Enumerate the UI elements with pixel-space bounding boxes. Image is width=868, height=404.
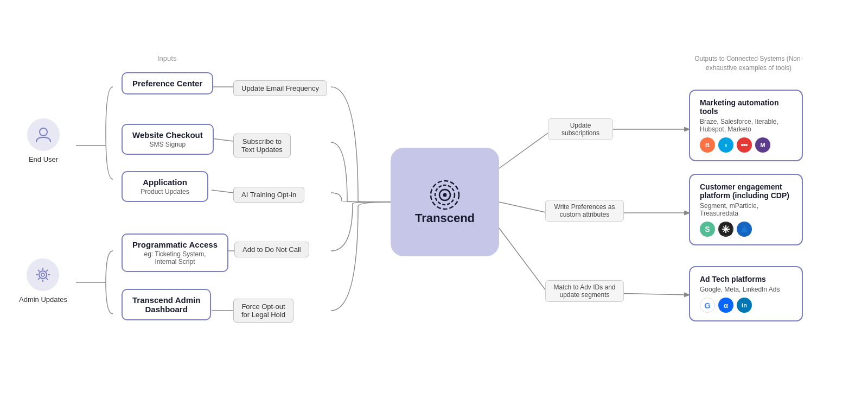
mparticle-logo — [718, 222, 733, 237]
customer-engagement-box: Customer engagement platform (including … — [689, 174, 803, 245]
application-subtitle: Product Updates — [132, 188, 197, 195]
linkedin-logo: in — [737, 298, 752, 313]
customer-engagement-sub: Segment, mParticle, Treasuredata — [700, 202, 792, 217]
iterable-logo — [737, 137, 752, 153]
match-adv-ids-label: Match to Adv IDs andupdate segments — [545, 280, 624, 302]
svg-point-32 — [743, 144, 745, 146]
customer-engagement-title: Customer engagement platform (including … — [700, 182, 792, 200]
programmatic-subtitle: eg: Ticketing System, Internal Script — [132, 250, 218, 266]
end-user-label: End User — [29, 155, 58, 163]
treasuredata-logo — [737, 222, 752, 237]
admin-actor: Admin Updates — [19, 258, 67, 304]
meta-logo: α — [718, 298, 733, 313]
admin-label: Admin Updates — [19, 295, 67, 304]
transcend-label: Transcend — [415, 211, 475, 225]
application-box: Application Product Updates — [122, 171, 208, 202]
add-do-not-call-action: Add to Do Not Call — [234, 242, 309, 257]
diagram: { "header": { "inputs_label": "Inputs", … — [0, 0, 868, 404]
svg-line-22 — [46, 270, 48, 272]
outputs-label: Outputs to Connected Systems (Non-exhaus… — [684, 54, 814, 73]
programmatic-title: Programmatic Access — [132, 240, 218, 249]
svg-marker-40 — [741, 225, 748, 232]
transcend-admin-box: Transcend Admin Dashboard — [122, 289, 211, 320]
svg-point-14 — [39, 271, 47, 279]
transcend-logo-icon — [429, 179, 461, 211]
transcend-admin-title: Transcend Admin Dashboard — [132, 295, 200, 314]
preference-center-box: Preference Center — [122, 72, 213, 94]
subscribe-sms-action: Subscribe toText Updates — [233, 134, 291, 157]
svg-text:α: α — [724, 301, 728, 310]
marketing-logos: B S M — [700, 137, 792, 153]
marketo-logo: M — [755, 137, 770, 153]
svg-line-9 — [499, 228, 548, 293]
svg-point-33 — [745, 144, 748, 146]
ad-tech-title: Ad Tech platforms — [700, 275, 792, 283]
transcend-center-box: Transcend — [391, 148, 499, 256]
svg-line-4 — [212, 190, 233, 193]
svg-point-13 — [40, 128, 47, 136]
preference-center-title: Preference Center — [132, 79, 202, 88]
svg-line-20 — [38, 270, 40, 272]
marketing-title: Marketing automation tools — [700, 98, 792, 116]
segment-logo: S — [700, 222, 715, 237]
website-checkout-subtitle: SMS Signup — [132, 141, 203, 148]
marketing-automation-box: Marketing automation tools Braze, Salesf… — [689, 90, 803, 161]
svg-text:S: S — [725, 143, 727, 147]
website-checkout-box: Website Checkout SMS Signup — [122, 124, 214, 155]
ad-tech-logos: G α in — [700, 298, 792, 313]
ai-training-action: AI Training Opt-in — [233, 187, 304, 203]
application-title: Application — [132, 178, 197, 187]
ad-tech-box: Ad Tech platforms Google, Meta, LinkedIn… — [689, 266, 803, 321]
svg-line-23 — [38, 278, 40, 280]
update-subscriptions-label: Updatesubscriptions — [548, 118, 613, 140]
force-opt-out-action: Force Opt-outfor Legal Hold — [233, 299, 293, 323]
update-email-action: Update Email Frequency — [233, 80, 327, 96]
svg-point-31 — [741, 144, 743, 146]
svg-line-3 — [212, 138, 233, 141]
write-preferences-label: Write Preferences ascustom attributes — [545, 200, 624, 222]
svg-point-15 — [41, 273, 44, 276]
svg-line-8 — [499, 202, 548, 213]
svg-line-21 — [46, 278, 48, 280]
customer-engagement-logos: S — [700, 222, 792, 237]
end-user-actor: End User — [27, 118, 60, 163]
svg-line-7 — [499, 133, 548, 168]
admin-icon — [27, 258, 59, 291]
svg-point-27 — [443, 193, 447, 197]
marketing-sub: Braze, Salesforce, Iterable, Hubspot, Ma… — [700, 118, 792, 133]
programmatic-access-box: Programmatic Access eg: Ticketing System… — [122, 233, 228, 272]
ad-tech-sub: Google, Meta, LinkedIn Ads — [700, 286, 792, 293]
end-user-icon — [27, 118, 60, 151]
braze-logo: B — [700, 137, 715, 153]
salesforce-logo: S — [718, 137, 733, 153]
google-logo: G — [700, 298, 715, 313]
website-checkout-title: Website Checkout — [132, 130, 203, 140]
inputs-label: Inputs — [157, 54, 176, 62]
